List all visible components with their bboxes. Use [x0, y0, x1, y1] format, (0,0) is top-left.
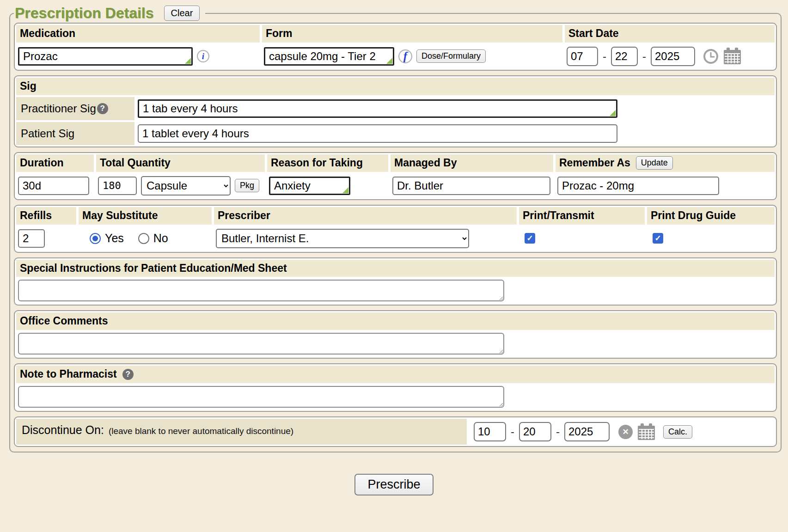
details-section: Duration Total Quantity Reason for Takin… — [14, 152, 777, 200]
medication-header: Medication — [16, 25, 260, 43]
special-instructions-label: Special Instructions for Patient Educati… — [20, 262, 287, 275]
remember-as-header: Remember As Update — [556, 154, 775, 172]
refills-cell — [16, 226, 76, 251]
office-comments-textarea[interactable] — [18, 333, 504, 355]
note-to-pharmacist-header: Note to Pharmacist ? — [16, 366, 775, 383]
clear-date-icon[interactable]: ✕ — [618, 425, 633, 439]
refills-label: Refills — [20, 209, 52, 223]
print-transmit-label: Print/Transmit — [523, 209, 594, 223]
discontinue-year-input[interactable] — [564, 422, 610, 441]
prescriber-select[interactable]: Butler, Internist E. — [216, 229, 469, 248]
discontinue-label-cell: Discontinue On: (leave blank to never au… — [16, 419, 467, 445]
managed-by-input[interactable] — [392, 177, 550, 195]
duration-input[interactable] — [18, 177, 89, 195]
pkg-button[interactable]: Pkg — [235, 179, 259, 192]
office-comments-section: Office Comments — [14, 310, 777, 359]
reason-label: Reason for Taking — [271, 156, 363, 170]
total-quantity-input[interactable] — [98, 177, 137, 195]
print-transmit-checkbox[interactable]: ✓ — [525, 233, 535, 244]
panel-legend: Prescription Details Clear — [14, 5, 205, 22]
managed-by-header: Managed By — [391, 154, 553, 172]
drug-info-icon[interactable]: i — [197, 50, 209, 62]
note-to-pharmacist-label: Note to Pharmacist — [20, 367, 117, 381]
duration-label: Duration — [20, 156, 64, 170]
start-date-year-input[interactable] — [651, 47, 695, 66]
medication-section: Medication Form Start Date i f — [14, 23, 777, 71]
reason-header: Reason for Taking — [267, 154, 388, 172]
managed-by-cell — [391, 174, 553, 198]
medication-input[interactable] — [18, 47, 193, 66]
help-icon[interactable]: ? — [122, 369, 134, 380]
print-drug-guide-checkbox[interactable]: ✓ — [653, 233, 663, 244]
start-date-header: Start Date — [565, 25, 775, 43]
discontinue-hint: (leave blank to never automatically disc… — [109, 426, 293, 436]
date-separator: - — [603, 50, 606, 63]
patient-sig-cell — [137, 122, 775, 145]
dose-formulary-button[interactable]: Dose/Formulary — [416, 49, 486, 63]
help-icon[interactable]: ? — [97, 103, 108, 114]
print-drug-guide-label: Print Drug Guide — [651, 209, 736, 223]
calendar-icon[interactable] — [637, 423, 655, 440]
discontinue-day-input[interactable] — [519, 422, 551, 441]
special-instructions-textarea[interactable] — [18, 280, 504, 301]
print-drug-guide-cell: ✓ — [647, 226, 775, 251]
quantity-unit-select[interactable]: Capsule — [141, 176, 231, 196]
form-input[interactable] — [264, 47, 394, 66]
practitioner-sig-input[interactable] — [138, 99, 617, 118]
discontinue-label: Discontinue On: — [22, 423, 104, 437]
refills-input[interactable] — [18, 229, 45, 248]
reason-cell — [267, 174, 388, 198]
start-date-day-input[interactable] — [611, 47, 638, 66]
start-date-month-input[interactable] — [567, 47, 598, 66]
substitute-no-radio[interactable] — [138, 233, 149, 244]
print-drug-guide-header: Print Drug Guide — [647, 207, 775, 225]
date-separator: - — [642, 50, 646, 63]
prescriber-header: Prescriber — [214, 207, 517, 225]
start-date-cell: - - — [565, 44, 775, 68]
date-separator: - — [556, 425, 560, 438]
may-substitute-header: May Substitute — [79, 207, 212, 225]
sig-section: Sig Practitioner Sig ? Patient Sig — [14, 75, 777, 147]
prescription-details-panel: Prescription Details Clear Medication Fo… — [9, 5, 782, 453]
remember-as-input[interactable] — [557, 177, 719, 195]
form-header: Form — [262, 25, 562, 43]
prescribe-button[interactable]: Prescribe — [354, 474, 433, 495]
sig-header: Sig — [16, 78, 775, 95]
patient-sig-label: Patient Sig — [21, 127, 74, 140]
medication-label: Medication — [20, 27, 75, 41]
calendar-icon[interactable] — [723, 48, 741, 65]
refills-section: Refills May Substitute Prescriber Print/… — [14, 205, 777, 253]
discontinue-section: Discontinue On: (leave blank to never au… — [14, 416, 777, 447]
remember-as-label: Remember As — [559, 156, 630, 170]
print-transmit-header: Print/Transmit — [519, 207, 645, 225]
date-separator: - — [511, 425, 514, 438]
calc-button[interactable]: Calc. — [663, 425, 692, 439]
note-to-pharmacist-textarea[interactable] — [18, 386, 504, 408]
duration-header: Duration — [16, 154, 94, 172]
page-title: Prescription Details — [15, 5, 154, 22]
form-cell: f Dose/Formulary — [262, 44, 562, 68]
clear-button[interactable]: Clear — [164, 6, 200, 21]
patient-sig-label-cell: Patient Sig — [16, 122, 134, 145]
reason-input[interactable] — [269, 177, 350, 195]
patient-sig-input[interactable] — [138, 124, 617, 143]
may-substitute-cell: Yes No — [79, 226, 212, 251]
time-icon[interactable] — [703, 49, 719, 64]
update-button[interactable]: Update — [636, 156, 673, 170]
special-instructions-header: Special Instructions for Patient Educati… — [16, 260, 775, 277]
office-comments-label: Office Comments — [20, 314, 108, 328]
prescriber-label: Prescriber — [218, 209, 270, 223]
substitute-yes-radio[interactable] — [90, 233, 101, 244]
formulary-icon[interactable]: f — [398, 49, 412, 63]
medication-cell: i — [16, 44, 260, 68]
substitute-no-label: No — [153, 232, 168, 245]
may-substitute-label: May Substitute — [82, 209, 158, 223]
sig-label: Sig — [20, 79, 37, 93]
total-quantity-header: Total Quantity — [96, 154, 265, 172]
practitioner-sig-cell — [137, 97, 775, 120]
practitioner-sig-label: Practitioner Sig — [21, 102, 96, 115]
special-instructions-section: Special Instructions for Patient Educati… — [14, 257, 777, 306]
discontinue-month-input[interactable] — [474, 422, 506, 441]
prescribe-row: Prescribe — [0, 474, 788, 495]
refills-header: Refills — [16, 207, 76, 225]
